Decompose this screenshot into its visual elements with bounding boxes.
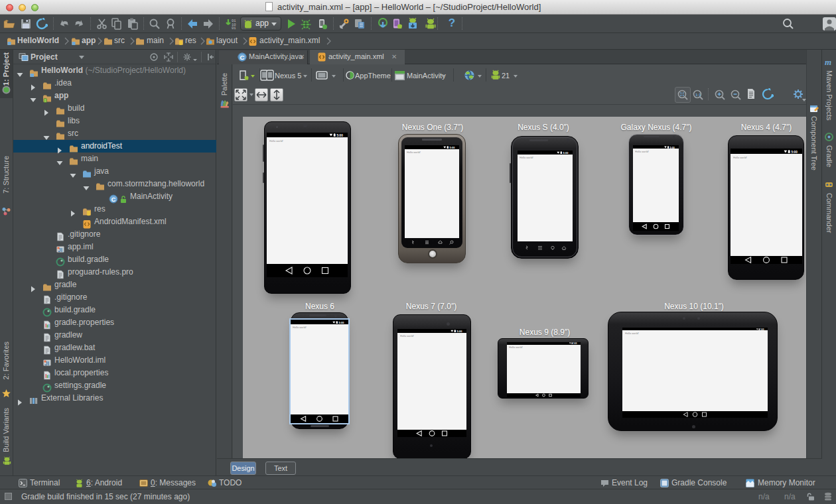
svg-text:5:00: 5:00 xyxy=(339,321,345,324)
svg-text:5:00: 5:00 xyxy=(450,146,456,149)
svg-text:C: C xyxy=(240,53,245,60)
svg-text:5:00: 5:00 xyxy=(760,328,764,330)
svg-text:01: 01 xyxy=(232,26,236,30)
svg-text:C: C xyxy=(111,196,116,202)
svg-text:5:00: 5:00 xyxy=(457,330,463,332)
svg-text:5:00: 5:00 xyxy=(336,134,343,137)
svg-text:5:00: 5:00 xyxy=(670,146,675,148)
svg-text:5:00: 5:00 xyxy=(791,150,798,153)
svg-text:5:00: 5:00 xyxy=(563,151,569,154)
svg-text:5:00: 5:00 xyxy=(573,342,577,344)
